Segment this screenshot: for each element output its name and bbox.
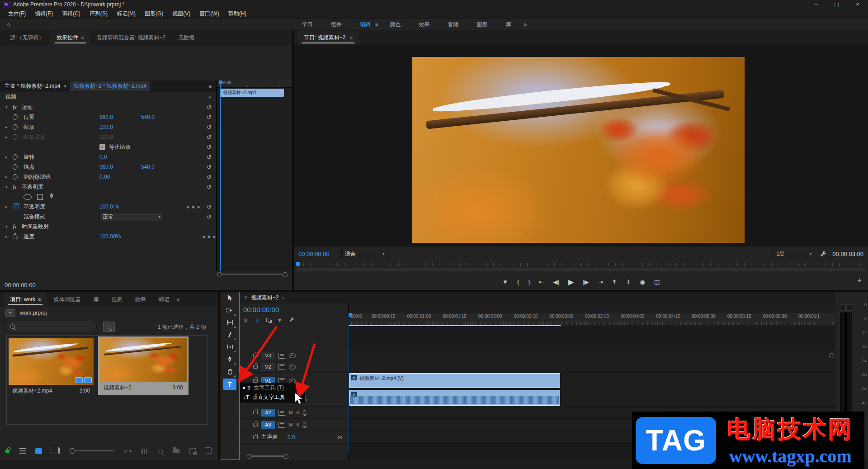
- reset-parameter-icon[interactable]: ↺: [207, 174, 212, 180]
- parameter-label[interactable]: 缩放: [24, 123, 99, 131]
- menu-item-剪辑C[interactable]: 剪辑(C): [57, 10, 85, 18]
- clip-thumbnail[interactable]: [9, 338, 94, 385]
- freeform-view-icon[interactable]: [52, 448, 60, 454]
- panel-menu-icon[interactable]: ≡: [81, 35, 84, 40]
- menu-item-序列S[interactable]: 序列(S): [85, 10, 112, 18]
- lock-icon[interactable]: [253, 379, 258, 383]
- parameter-label[interactable]: 防闪烁滤镜: [24, 173, 99, 181]
- track-content-V3[interactable]: [349, 350, 835, 361]
- expand-chevron-icon[interactable]: ▸: [5, 175, 13, 179]
- flyout-item-文字工具 (T)[interactable]: T文字工具 (T): [241, 383, 305, 393]
- mini-timeline-ruler[interactable]: 00:00: [217, 81, 292, 88]
- effect-timeline-scrollbar[interactable]: [217, 272, 288, 276]
- menu-item-标记M[interactable]: 标记(M): [112, 10, 140, 18]
- home-icon[interactable]: ⌂: [6, 21, 10, 28]
- parameter-value[interactable]: 960.0: [99, 164, 141, 170]
- stopwatch-icon[interactable]: [13, 135, 18, 140]
- stopwatch-icon[interactable]: [13, 234, 18, 239]
- expand-chevron-icon[interactable]: ▸: [5, 155, 13, 159]
- source-patch-icon[interactable]: [278, 364, 285, 370]
- program-playhead[interactable]: [296, 262, 300, 266]
- tab-panel[interactable]: 源:（无剪辑）: [4, 31, 50, 45]
- stopwatch-icon[interactable]: [13, 165, 18, 170]
- slip-tool[interactable]: [223, 342, 236, 353]
- tab-effect-controls[interactable]: 效果控件≡: [50, 31, 90, 45]
- source-patch-icon[interactable]: [278, 353, 285, 359]
- workspace-overflow-icon[interactable]: »: [524, 21, 527, 28]
- workspace-tab-效果[interactable]: 效果: [410, 21, 439, 28]
- workspace-tab-学习[interactable]: 学习: [293, 21, 322, 28]
- effect-group-label[interactable]: 时间重映射: [22, 223, 49, 231]
- automate-to-sequence-icon[interactable]: [142, 449, 148, 454]
- mini-timeline-clip[interactable]: 视频素材~2.mp4: [221, 89, 284, 97]
- list-view-icon[interactable]: [19, 448, 26, 454]
- new-item-icon[interactable]: [189, 448, 196, 454]
- show-timeline-view-icon[interactable]: ▶: [209, 84, 212, 89]
- reset-parameter-icon[interactable]: ↺: [207, 144, 212, 151]
- expand-chevron-icon[interactable]: ▸: [5, 234, 13, 239]
- menu-item-文件F[interactable]: 文件(F): [4, 10, 30, 18]
- lock-icon[interactable]: [253, 423, 258, 426]
- audio-clip[interactable]: fx: [349, 390, 560, 406]
- workspace-tab-menu-icon[interactable]: ≡: [375, 22, 378, 27]
- usage-badge-icon[interactable]: [75, 377, 83, 383]
- add-keyframe-icon[interactable]: ◆: [192, 204, 195, 209]
- reset-parameter-icon[interactable]: ↺: [207, 184, 212, 190]
- find-icon[interactable]: [158, 449, 163, 453]
- expand-chevron-icon[interactable]: ▾: [5, 105, 13, 109]
- reset-parameter-icon[interactable]: ↺: [207, 124, 212, 131]
- expand-chevron-icon[interactable]: ▾: [5, 185, 13, 189]
- parameter-label[interactable]: 缩放宽度: [24, 133, 99, 141]
- menu-item-帮助H[interactable]: 帮助(H): [224, 10, 251, 18]
- solo-track-icon[interactable]: S: [296, 422, 299, 427]
- workspace-tab-库[interactable]: 库: [496, 21, 520, 28]
- parameter-value[interactable]: 100.0 %: [99, 204, 141, 210]
- expand-chevron-icon[interactable]: ▾: [5, 224, 13, 229]
- reset-parameter-icon[interactable]: ↺: [207, 114, 212, 121]
- export-frame-icon[interactable]: ◉: [640, 279, 645, 285]
- extract-icon[interactable]: ⇟: [626, 279, 631, 285]
- find-in-bin-icon[interactable]: [103, 322, 115, 332]
- lock-icon[interactable]: [253, 436, 258, 439]
- parameter-value[interactable]: 0.0: [99, 154, 141, 160]
- menu-item-编辑E[interactable]: 编辑(E): [30, 10, 57, 18]
- search-input[interactable]: [19, 323, 88, 330]
- parameter-value[interactable]: 100.0: [99, 134, 141, 140]
- master-track-value[interactable]: 0.0: [288, 434, 295, 441]
- previous-keyframe-icon[interactable]: ◀: [202, 235, 205, 239]
- master-clip-label[interactable]: 主要 * 视频素材~2.mp4: [5, 82, 61, 90]
- mark-in-icon[interactable]: {: [517, 279, 519, 285]
- clear-icon[interactable]: [206, 448, 212, 454]
- stopwatch-active-icon[interactable]: [13, 204, 20, 210]
- project-item-1[interactable]: 视频素材~2.mp43:00: [9, 338, 94, 397]
- tab-project-0[interactable]: 项目: work≡: [4, 293, 47, 307]
- reset-parameter-icon[interactable]: ↺: [207, 204, 212, 210]
- playback-resolution-select[interactable]: 1/2▾: [773, 249, 815, 259]
- reset-parameter-icon[interactable]: ↺: [207, 164, 212, 171]
- work-area-bar[interactable]: [349, 325, 561, 326]
- linked-selection-icon[interactable]: [266, 317, 270, 323]
- source-patch-icon[interactable]: [278, 410, 285, 416]
- project-tabs-overflow-icon[interactable]: »: [176, 296, 179, 303]
- add-marker-icon[interactable]: ▼: [502, 279, 508, 285]
- insert-overwrite-sequence-icon[interactable]: ∗: [243, 317, 249, 324]
- video-clip[interactable]: fx 视频素材~2.mp4 [V]: [349, 373, 560, 388]
- timeline-zoom-scrollbar[interactable]: [247, 454, 288, 459]
- reset-parameter-icon[interactable]: ↺: [207, 154, 212, 161]
- mark-out-icon[interactable]: }: [528, 279, 530, 285]
- source-patch-icon[interactable]: [278, 422, 285, 428]
- ellipse-mask-icon[interactable]: [24, 194, 32, 200]
- project-writable-icon[interactable]: [5, 450, 9, 453]
- lock-icon[interactable]: [253, 411, 258, 414]
- tab-panel[interactable]: 音频剪辑混合器: 视频素材~2: [90, 31, 172, 45]
- close-icon[interactable]: ×: [244, 294, 247, 301]
- snap-icon[interactable]: ∩: [255, 317, 259, 324]
- parameter-label[interactable]: 位置: [24, 114, 99, 121]
- track-header-A2[interactable]: A2MS: [240, 407, 348, 419]
- menu-item-窗口W[interactable]: 窗口(W): [195, 10, 223, 18]
- usage-badge-icon[interactable]: [84, 377, 92, 383]
- program-timecode[interactable]: 00:00:00:00: [298, 251, 330, 257]
- zoom-right-knob[interactable]: [283, 454, 288, 459]
- collapse-icon[interactable]: ▲: [208, 95, 212, 99]
- next-keyframe-icon[interactable]: ▶: [198, 205, 200, 209]
